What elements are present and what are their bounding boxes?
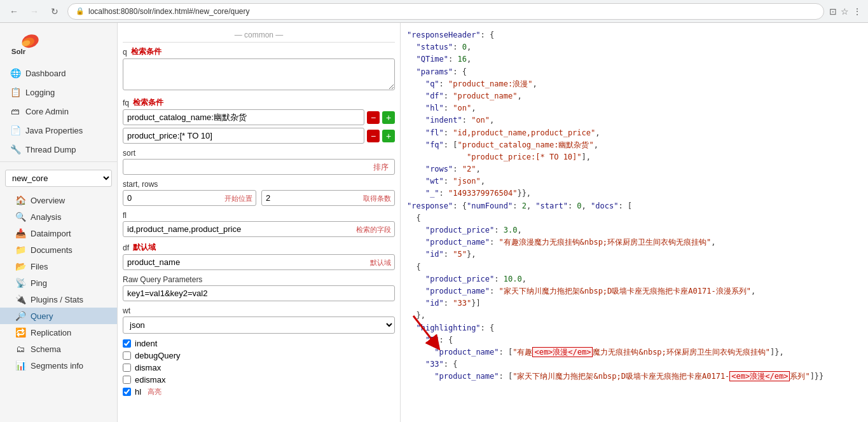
solr-logo: Solr: [10, 31, 42, 56]
start-rows-label: start, rows: [123, 180, 395, 189]
sidebar-item-overview[interactable]: 🏠 Overview: [0, 192, 117, 208]
fq-input-1[interactable]: [123, 109, 364, 125]
sidebar-item-schema[interactable]: 🗂 Schema: [0, 341, 117, 357]
sidebar-item-label: Dataimport: [31, 229, 71, 238]
raw-query-group: Raw Query Parameters: [123, 275, 395, 301]
sidebar-item-files[interactable]: 📂 Files: [0, 258, 117, 275]
debugquery-label: debugQuery: [135, 351, 181, 360]
fq-label: fq 检索条件: [123, 97, 395, 108]
sidebar-item-label: Files: [31, 262, 48, 271]
start-field: 开始位置: [123, 190, 256, 206]
edismax-label: edismax: [135, 375, 165, 385]
core-sub-nav: 🏠 Overview 🔍 Analysis 📥 Dataimport 📁 Doc…: [0, 192, 117, 374]
fl-row: 检索的字段: [123, 221, 395, 237]
svg-line-4: [413, 316, 436, 344]
sidebar-item-segments[interactable]: 📊 Segments info: [0, 357, 117, 374]
fq-remove-button-1[interactable]: −: [367, 111, 380, 124]
sidebar-item-ping[interactable]: 📡 Ping: [0, 275, 117, 291]
java-props-icon: 📄: [10, 125, 20, 135]
sort-input[interactable]: [123, 159, 395, 175]
sidebar-item-label: Analysis: [31, 212, 61, 222]
query-icon: 🔎: [15, 311, 25, 321]
fq-field-group: fq 检索条件 − + − +: [123, 97, 395, 144]
sidebar: Solr 🌐 Dashboard 📋 Logging 🗃 Core Admin …: [0, 23, 118, 422]
fl-field-group: fl 检索的字段: [123, 211, 395, 237]
sidebar-item-query[interactable]: 🔎 Query: [0, 308, 117, 324]
start-rows-group: start, rows 开始位置 取得条数: [123, 180, 395, 206]
dismax-checkbox[interactable]: [123, 364, 131, 372]
fq-remove-button-2[interactable]: −: [367, 130, 380, 142]
df-annotation: 默认域: [133, 242, 156, 253]
sidebar-item-label: Core Admin: [25, 107, 69, 116]
df-label: df 默认域: [123, 242, 395, 253]
sidebar-item-label: Ping: [31, 278, 47, 288]
menu-icon: ⋮: [853, 6, 862, 17]
fq-row-1: − +: [123, 109, 395, 125]
svg-text:Solr: Solr: [11, 47, 26, 55]
sidebar-item-label: Java Properties: [25, 126, 83, 135]
indent-row: indent: [123, 339, 395, 348]
sidebar-item-java-props[interactable]: 📄 Java Properties: [0, 121, 117, 140]
checkboxes-group: indent debugQuery dismax edismax hl: [123, 339, 395, 397]
hl-annotation: 高亮: [148, 387, 162, 397]
fq-add-button-2[interactable]: +: [382, 130, 395, 142]
fl-input[interactable]: [123, 221, 395, 237]
thread-dump-icon: 🔧: [10, 144, 20, 154]
back-button[interactable]: ←: [6, 4, 22, 19]
results-panel: "responseHeader": { "status": 0, "QTime"…: [401, 23, 868, 422]
fq-input-2[interactable]: [123, 128, 364, 144]
start-input[interactable]: [123, 190, 256, 206]
bookmark-icon: ☆: [841, 6, 849, 17]
sidebar-nav: 🌐 Dashboard 📋 Logging 🗃 Core Admin 📄 Jav…: [0, 64, 117, 159]
core-select[interactable]: new_core: [5, 170, 112, 187]
forward-button[interactable]: →: [27, 4, 42, 19]
fq-add-button-1[interactable]: +: [382, 111, 395, 124]
sidebar-item-dataimport[interactable]: 📥 Dataimport: [0, 225, 117, 242]
dashboard-icon: 🌐: [10, 68, 20, 78]
sidebar-item-label: Query: [31, 311, 53, 321]
hl-checkbox[interactable]: [123, 388, 131, 396]
sidebar-item-replication[interactable]: 🔁 Replication: [0, 324, 117, 341]
fq-row-2: − +: [123, 128, 395, 144]
reload-button[interactable]: ↻: [47, 4, 62, 19]
df-row: 默认域: [123, 254, 395, 270]
debugquery-checkbox[interactable]: [123, 351, 131, 360]
sidebar-item-core-admin[interactable]: 🗃 Core Admin: [0, 102, 117, 121]
documents-icon: 📁: [15, 245, 25, 255]
raw-query-input[interactable]: [123, 285, 395, 301]
sidebar-item-logging[interactable]: 📋 Logging: [0, 83, 117, 102]
rows-field: 取得条数: [261, 190, 395, 206]
q-input[interactable]: [123, 58, 395, 90]
core-admin-icon: 🗃: [10, 106, 20, 116]
rows-input[interactable]: [261, 190, 395, 206]
wt-select[interactable]: json xml python ruby php csv: [123, 316, 395, 334]
debugquery-row: debugQuery: [123, 351, 395, 360]
edismax-checkbox[interactable]: [123, 376, 131, 384]
json-output: "responseHeader": { "status": 0, "QTime"…: [407, 29, 862, 383]
dataimport-icon: 📥: [15, 228, 25, 238]
fq-annotation: 检索条件: [133, 97, 163, 108]
sidebar-item-dashboard[interactable]: 🌐 Dashboard: [0, 64, 117, 83]
q-label: q 检索条件: [123, 46, 395, 57]
results-content: "responseHeader": { "status": 0, "QTime"…: [407, 29, 862, 383]
edismax-row: edismax: [123, 375, 395, 385]
sidebar-item-label: Replication: [31, 328, 71, 337]
dismax-label: dismax: [135, 363, 161, 372]
sidebar-item-label: Overview: [31, 196, 65, 205]
plugins-icon: 🔌: [15, 294, 25, 304]
url-bar[interactable]: 🔒 localhost:8080/solr/index.html#/new_co…: [67, 3, 824, 20]
logo-area: Solr: [0, 23, 117, 64]
sidebar-item-documents[interactable]: 📁 Documents: [0, 242, 117, 258]
sidebar-divider: [0, 161, 117, 162]
df-input[interactable]: [123, 254, 395, 270]
indent-checkbox[interactable]: [123, 339, 131, 348]
sidebar-item-analysis[interactable]: 🔍 Analysis: [0, 208, 117, 225]
sort-input-wrapper: 排序: [123, 159, 395, 175]
sidebar-item-thread-dump[interactable]: 🔧 Thread Dump: [0, 140, 117, 159]
sort-label: sort: [123, 149, 395, 158]
sidebar-item-label: Schema: [31, 344, 61, 354]
dismax-row: dismax: [123, 363, 395, 372]
browser-chrome: ← → ↻ 🔒 localhost:8080/solr/index.html#/…: [0, 0, 868, 23]
replication-icon: 🔁: [15, 327, 25, 337]
sidebar-item-plugins[interactable]: 🔌 Plugins / Stats: [0, 291, 117, 308]
